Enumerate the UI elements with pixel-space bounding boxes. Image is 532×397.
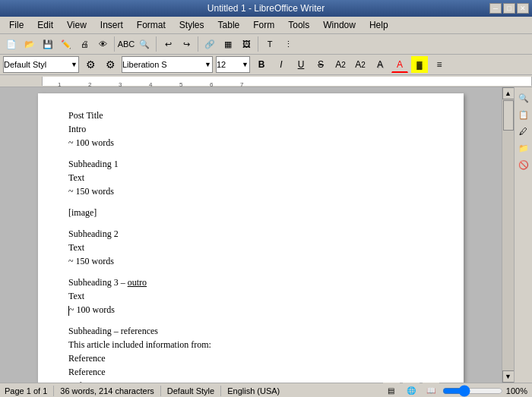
save-button[interactable]: 💾 <box>40 36 56 52</box>
undo-button[interactable]: ↩ <box>160 36 176 52</box>
words-150-2: ~ 150 words <box>68 254 433 268</box>
sidebar-clipboard-icon[interactable]: 📋 <box>516 107 531 122</box>
menu-styles[interactable]: Styles <box>173 18 211 32</box>
sidebar-block-icon[interactable]: 🚫 <box>516 157 531 172</box>
format-toolbar: Default Styl ▼ ⚙ ⚙ Liberation S ▼ 12 10 … <box>0 55 532 75</box>
ruler-mark-1: 1 <box>58 81 61 88</box>
title-text: Untitled 1 - LibreOffice Writer <box>207 3 325 14</box>
ruler-mark-6: 6 <box>210 81 213 88</box>
scroll-track[interactable] <box>502 99 515 370</box>
font-select[interactable]: Liberation S <box>122 56 213 73</box>
view-book-button[interactable]: 📖 <box>423 383 439 398</box>
ruler-mark-7: 7 <box>240 81 243 88</box>
status-right: ▤ 🌐 📖 100% <box>383 383 527 398</box>
open-button[interactable]: 📂 <box>21 36 38 52</box>
words-150-1: ~ 150 words <box>68 184 433 198</box>
title-bar: Untitled 1 - LibreOffice Writer ─ □ ✕ <box>0 0 532 17</box>
intro-words: ~ 100 words <box>68 136 433 150</box>
preview-button[interactable]: 👁 <box>94 36 111 52</box>
bold-button[interactable]: B <box>253 56 270 73</box>
menu-view[interactable]: View <box>61 18 93 32</box>
outro-underline: outro <box>128 277 147 288</box>
sidebar-folder-icon[interactable]: 📁 <box>516 140 531 156</box>
ruler-mark-2: 2 <box>88 81 91 88</box>
zoom-slider[interactable] <box>442 387 503 395</box>
status-bar: Page 1 of 1 36 words, 214 characters Def… <box>0 383 532 397</box>
style-info: Default Style <box>167 386 214 395</box>
scroll-thumb[interactable] <box>503 100 514 131</box>
language-info: English (USA) <box>227 386 280 395</box>
print-button[interactable]: 🖨 <box>76 36 93 52</box>
hyperlink-button[interactable]: 🔗 <box>201 36 218 52</box>
main-area: Post Title Intro ~ 100 words Subheading … <box>0 87 532 383</box>
scroll-down-button[interactable]: ▼ <box>502 370 515 383</box>
post-title: Post Title <box>68 109 433 122</box>
toolbar-sep1 <box>114 36 115 52</box>
underline-button[interactable]: U <box>293 56 309 73</box>
sidebar-search-icon[interactable]: 🔍 <box>516 90 531 106</box>
ruler-mark-4: 4 <box>149 81 152 88</box>
menu-tools[interactable]: Tools <box>282 18 315 32</box>
document-page: Post Title Intro ~ 100 words Subheading … <box>38 93 464 383</box>
menu-insert[interactable]: Insert <box>94 18 129 32</box>
view-normal-button[interactable]: ▤ <box>383 383 400 398</box>
style-btn2[interactable]: ⚙ <box>102 56 119 73</box>
document-area[interactable]: Post Title Intro ~ 100 words Subheading … <box>0 87 502 383</box>
scrollbar-vertical[interactable]: ▲ ▼ <box>502 87 514 383</box>
scroll-up-button[interactable]: ▲ <box>502 87 515 99</box>
spell-button[interactable]: ABC <box>118 36 135 52</box>
reference-3: Reference <box>68 379 433 383</box>
fontcolor-button[interactable]: A <box>391 56 408 73</box>
toolbar-sep4 <box>258 36 258 52</box>
subscript-button[interactable]: A2 <box>352 56 369 73</box>
menu-form[interactable]: Form <box>247 18 280 32</box>
text-label-2: Text <box>68 241 433 254</box>
status-sep-2 <box>160 386 161 396</box>
text-label-1: Text <box>68 171 433 184</box>
page-info: Page 1 of 1 <box>5 386 47 395</box>
status-sep-3 <box>220 386 221 396</box>
ruler-inner: 1 2 3 4 5 6 7 <box>42 77 532 86</box>
strikethrough-button[interactable]: S <box>312 56 329 73</box>
text-button[interactable]: T <box>261 36 278 52</box>
menu-edit[interactable]: Edit <box>31 18 59 32</box>
more-button[interactable]: ⋮ <box>280 36 296 52</box>
edit-button[interactable]: ✏️ <box>58 36 74 52</box>
menu-table[interactable]: Table <box>212 18 246 32</box>
sidebar: 🔍 📋 🖊 📁 🚫 <box>514 87 532 383</box>
style-select[interactable]: Default Styl <box>3 56 79 73</box>
italic-button[interactable]: I <box>273 56 290 73</box>
ruler-mark-3: 3 <box>119 81 122 88</box>
word-count: 36 words, 214 characters <box>60 386 154 395</box>
font-select-wrapper: Liberation S ▼ <box>122 56 213 73</box>
section-4: Subheading 2 Text ~ 150 words <box>68 227 433 268</box>
superscript-button[interactable]: A2 <box>332 56 349 73</box>
sidebar-edit-icon[interactable]: 🖊 <box>516 124 531 139</box>
minimize-button[interactable]: ─ <box>489 3 502 14</box>
subheading-2: Subheading 2 <box>68 227 433 241</box>
main-toolbar: 📄 📂 💾 ✏️ 🖨 👁 ABC 🔍 ↩ ↪ 🔗 ▦ 🖼 T ⋮ <box>0 34 532 55</box>
menu-help[interactable]: Help <box>363 18 394 32</box>
table-button[interactable]: ▦ <box>220 36 236 52</box>
find-button[interactable]: 🔍 <box>136 36 153 52</box>
style-btn1[interactable]: ⚙ <box>82 56 99 73</box>
redo-button[interactable]: ↪ <box>178 36 195 52</box>
section-1: Post Title Intro ~ 100 words <box>68 109 433 150</box>
shadow-button[interactable]: A <box>372 56 388 73</box>
close-button[interactable]: ✕ <box>517 3 529 14</box>
highlight-button[interactable]: ▓ <box>411 56 428 73</box>
section-3: [image] <box>68 206 433 219</box>
menu-format[interactable]: Format <box>131 18 172 32</box>
size-select[interactable]: 12 10 14 16 <box>216 56 250 73</box>
menu-window[interactable]: Window <box>317 18 362 32</box>
reference-1: Reference <box>68 351 433 365</box>
status-sep-1 <box>53 386 54 396</box>
section-6: Subheading – references This article inc… <box>68 324 433 383</box>
view-web-button[interactable]: 🌐 <box>403 383 420 398</box>
image-placeholder: [image] <box>68 206 433 219</box>
image-button[interactable]: 🖼 <box>238 36 255 52</box>
new-button[interactable]: 📄 <box>3 36 20 52</box>
charformat-button[interactable]: ≡ <box>431 56 448 73</box>
maximize-button[interactable]: □ <box>503 3 515 14</box>
menu-file[interactable]: File <box>3 18 30 32</box>
